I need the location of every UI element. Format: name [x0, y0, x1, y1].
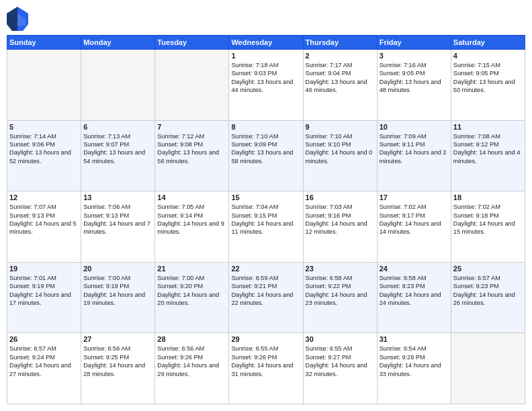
calendar-cell: 30Sunrise: 6:55 AMSunset: 9:27 PMDayligh… — [303, 333, 377, 404]
calendar-cell: 28Sunrise: 6:56 AMSunset: 9:26 PMDayligh… — [155, 333, 229, 404]
calendar-cell: 14Sunrise: 7:05 AMSunset: 9:14 PMDayligh… — [155, 191, 229, 263]
day-info: Sunrise: 7:13 AMSunset: 9:07 PMDaylight:… — [83, 132, 152, 166]
calendar-cell: 1Sunrise: 7:18 AMSunset: 9:03 PMDaylight… — [229, 50, 303, 121]
day-number: 21 — [157, 265, 226, 273]
weekday-header-monday: Monday — [81, 36, 155, 50]
calendar-cell: 10Sunrise: 7:09 AMSunset: 9:11 PMDayligh… — [377, 120, 451, 191]
day-info: Sunrise: 7:02 AMSunset: 9:17 PMDaylight:… — [380, 203, 449, 236]
day-info: Sunrise: 7:08 AMSunset: 9:12 PMDaylight:… — [453, 132, 523, 166]
day-number: 20 — [83, 265, 152, 273]
day-info: Sunrise: 7:09 AMSunset: 9:11 PMDaylight:… — [380, 132, 449, 166]
day-number: 9 — [306, 123, 375, 131]
calendar-cell: 7Sunrise: 7:12 AMSunset: 9:08 PMDaylight… — [155, 120, 229, 191]
day-number: 23 — [306, 265, 375, 273]
day-number: 25 — [453, 265, 523, 273]
calendar-cell: 16Sunrise: 7:03 AMSunset: 9:16 PMDayligh… — [303, 191, 377, 263]
weekday-header-thursday: Thursday — [303, 36, 377, 50]
day-number: 29 — [231, 335, 300, 343]
day-number: 22 — [231, 265, 300, 273]
calendar-cell — [7, 50, 81, 121]
day-info: Sunrise: 7:12 AMSunset: 9:08 PMDaylight:… — [157, 132, 226, 166]
day-number: 10 — [380, 123, 449, 131]
day-info: Sunrise: 7:06 AMSunset: 9:13 PMDaylight:… — [83, 203, 152, 236]
day-number: 15 — [231, 193, 300, 201]
day-info: Sunrise: 6:54 AMSunset: 9:28 PMDaylight:… — [380, 345, 449, 378]
day-number: 19 — [9, 265, 79, 273]
day-number: 16 — [306, 193, 375, 201]
svg-marker-1 — [7, 7, 17, 31]
day-info: Sunrise: 6:55 AMSunset: 9:26 PMDaylight:… — [231, 345, 300, 378]
calendar-cell — [451, 333, 525, 404]
day-info: Sunrise: 7:14 AMSunset: 9:06 PMDaylight:… — [9, 132, 79, 166]
day-info: Sunrise: 7:00 AMSunset: 9:19 PMDaylight:… — [83, 274, 152, 308]
weekday-header-wednesday: Wednesday — [229, 36, 303, 50]
calendar-cell: 8Sunrise: 7:10 AMSunset: 9:09 PMDaylight… — [229, 120, 303, 191]
calendar-week-row: 12Sunrise: 7:07 AMSunset: 9:13 PMDayligh… — [7, 191, 525, 263]
day-info: Sunrise: 7:18 AMSunset: 9:03 PMDaylight:… — [231, 61, 300, 95]
day-number: 14 — [157, 193, 226, 201]
day-info: Sunrise: 6:58 AMSunset: 9:23 PMDaylight:… — [380, 274, 449, 308]
day-info: Sunrise: 7:16 AMSunset: 9:05 PMDaylight:… — [380, 61, 449, 95]
calendar-cell: 21Sunrise: 7:00 AMSunset: 9:20 PMDayligh… — [155, 262, 229, 333]
day-info: Sunrise: 7:10 AMSunset: 9:09 PMDaylight:… — [231, 132, 300, 166]
weekday-header-saturday: Saturday — [451, 36, 525, 50]
day-info: Sunrise: 6:55 AMSunset: 9:27 PMDaylight:… — [306, 345, 375, 378]
day-number: 11 — [453, 123, 523, 131]
calendar-week-row: 5Sunrise: 7:14 AMSunset: 9:06 PMDaylight… — [7, 120, 525, 191]
day-info: Sunrise: 7:17 AMSunset: 9:04 PMDaylight:… — [306, 61, 375, 95]
calendar-cell — [155, 50, 229, 121]
day-info: Sunrise: 6:56 AMSunset: 9:25 PMDaylight:… — [83, 345, 152, 378]
day-info: Sunrise: 6:56 AMSunset: 9:26 PMDaylight:… — [157, 345, 226, 378]
logo-icon — [7, 7, 28, 31]
day-number: 6 — [83, 123, 152, 131]
day-number: 5 — [9, 123, 79, 131]
calendar-cell: 12Sunrise: 7:07 AMSunset: 9:13 PMDayligh… — [7, 191, 81, 263]
day-info: Sunrise: 6:57 AMSunset: 9:23 PMDaylight:… — [453, 274, 523, 308]
weekday-header-tuesday: Tuesday — [155, 36, 229, 50]
calendar-week-row: 26Sunrise: 6:57 AMSunset: 9:24 PMDayligh… — [7, 333, 525, 404]
day-info: Sunrise: 6:57 AMSunset: 9:24 PMDaylight:… — [9, 345, 79, 378]
calendar-cell: 24Sunrise: 6:58 AMSunset: 9:23 PMDayligh… — [377, 262, 451, 333]
day-info: Sunrise: 7:02 AMSunset: 9:18 PMDaylight:… — [453, 203, 523, 236]
day-number: 13 — [83, 193, 152, 201]
day-info: Sunrise: 7:05 AMSunset: 9:14 PMDaylight:… — [157, 203, 226, 236]
day-number: 2 — [306, 52, 375, 60]
weekday-header-friday: Friday — [377, 36, 451, 50]
day-number: 18 — [453, 193, 523, 201]
day-info: Sunrise: 7:15 AMSunset: 9:05 PMDaylight:… — [453, 61, 523, 95]
calendar-cell: 15Sunrise: 7:04 AMSunset: 9:15 PMDayligh… — [229, 191, 303, 263]
calendar-cell: 19Sunrise: 7:01 AMSunset: 9:19 PMDayligh… — [7, 262, 81, 333]
day-info: Sunrise: 6:58 AMSunset: 9:22 PMDaylight:… — [306, 274, 375, 308]
calendar-cell: 20Sunrise: 7:00 AMSunset: 9:19 PMDayligh… — [81, 262, 155, 333]
day-info: Sunrise: 7:03 AMSunset: 9:16 PMDaylight:… — [306, 203, 375, 236]
calendar-cell: 11Sunrise: 7:08 AMSunset: 9:12 PMDayligh… — [451, 120, 525, 191]
calendar-cell: 18Sunrise: 7:02 AMSunset: 9:18 PMDayligh… — [451, 191, 525, 263]
day-info: Sunrise: 7:07 AMSunset: 9:13 PMDaylight:… — [9, 203, 79, 236]
calendar-cell: 17Sunrise: 7:02 AMSunset: 9:17 PMDayligh… — [377, 191, 451, 263]
day-info: Sunrise: 7:01 AMSunset: 9:19 PMDaylight:… — [9, 274, 79, 308]
day-number: 30 — [306, 335, 375, 343]
weekday-header-row: SundayMondayTuesdayWednesdayThursdayFrid… — [7, 36, 525, 50]
calendar-cell: 26Sunrise: 6:57 AMSunset: 9:24 PMDayligh… — [7, 333, 81, 404]
calendar-cell: 4Sunrise: 7:15 AMSunset: 9:05 PMDaylight… — [451, 50, 525, 121]
calendar-week-row: 1Sunrise: 7:18 AMSunset: 9:03 PMDaylight… — [7, 50, 525, 121]
day-info: Sunrise: 6:59 AMSunset: 9:21 PMDaylight:… — [231, 274, 300, 308]
calendar-cell: 13Sunrise: 7:06 AMSunset: 9:13 PMDayligh… — [81, 191, 155, 263]
calendar-cell: 3Sunrise: 7:16 AMSunset: 9:05 PMDaylight… — [377, 50, 451, 121]
calendar-cell: 31Sunrise: 6:54 AMSunset: 9:28 PMDayligh… — [377, 333, 451, 404]
calendar-cell: 25Sunrise: 6:57 AMSunset: 9:23 PMDayligh… — [451, 262, 525, 333]
day-info: Sunrise: 7:04 AMSunset: 9:15 PMDaylight:… — [231, 203, 300, 236]
calendar-cell — [81, 50, 155, 121]
header — [7, 7, 525, 31]
calendar-table: SundayMondayTuesdayWednesdayThursdayFrid… — [7, 35, 525, 404]
page: SundayMondayTuesdayWednesdayThursdayFrid… — [0, 0, 532, 411]
day-number: 17 — [380, 193, 449, 201]
calendar-cell: 5Sunrise: 7:14 AMSunset: 9:06 PMDaylight… — [7, 120, 81, 191]
day-number: 1 — [231, 52, 300, 60]
calendar-cell: 6Sunrise: 7:13 AMSunset: 9:07 PMDaylight… — [81, 120, 155, 191]
calendar-cell: 22Sunrise: 6:59 AMSunset: 9:21 PMDayligh… — [229, 262, 303, 333]
day-number: 3 — [380, 52, 449, 60]
calendar-cell: 23Sunrise: 6:58 AMSunset: 9:22 PMDayligh… — [303, 262, 377, 333]
day-number: 4 — [453, 52, 523, 60]
logo — [7, 7, 31, 31]
